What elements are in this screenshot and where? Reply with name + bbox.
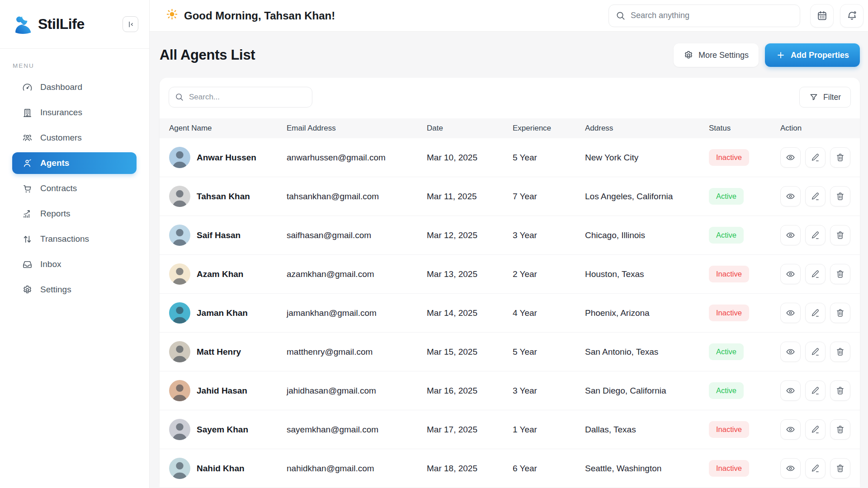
sidebar-collapse-button[interactable] xyxy=(123,16,138,32)
eye-icon xyxy=(786,386,795,395)
delete-button[interactable] xyxy=(830,419,850,440)
table-search xyxy=(169,87,312,108)
sidebar-item-inbox[interactable]: Inbox xyxy=(12,253,137,275)
table-search-input[interactable] xyxy=(169,87,312,108)
delete-button[interactable] xyxy=(830,147,850,168)
agent-experience: 5 Year xyxy=(513,153,585,163)
agent-email: matthenry@gmail.com xyxy=(287,347,427,357)
view-button[interactable] xyxy=(780,225,801,245)
delete-button[interactable] xyxy=(830,264,850,284)
edit-button[interactable] xyxy=(805,342,826,362)
delete-button[interactable] xyxy=(830,380,850,401)
delete-icon xyxy=(835,192,845,201)
edit-button[interactable] xyxy=(805,147,826,168)
agent-email: saifhasan@gmail.com xyxy=(287,230,427,240)
filter-icon xyxy=(809,93,818,102)
eye-icon xyxy=(786,269,795,279)
delete-icon xyxy=(835,308,845,318)
edit-button[interactable] xyxy=(805,380,826,401)
main: All Agents List More Settings xyxy=(150,32,868,488)
delete-button[interactable] xyxy=(830,458,850,479)
sidebar-item-reports[interactable]: Reports xyxy=(12,203,137,225)
sidebar-item-label: Agents xyxy=(40,158,69,168)
column-header: Action xyxy=(780,124,850,133)
transactions-icon xyxy=(22,234,33,244)
agent-name: Jaman Khan xyxy=(197,308,248,318)
view-button[interactable] xyxy=(780,342,801,362)
delete-button[interactable] xyxy=(830,342,850,362)
eye-icon xyxy=(786,308,795,318)
notifications-button[interactable] xyxy=(840,4,863,28)
more-settings-button[interactable]: More Settings xyxy=(674,43,759,67)
top-header: Good Morning, Tahsan Khan! xyxy=(150,0,868,32)
brand-name: StilLife xyxy=(38,16,85,33)
sidebar-item-dashboard[interactable]: Dashboard xyxy=(12,76,137,98)
sidebar-item-insurances[interactable]: Insurances xyxy=(12,102,137,123)
calendar-button[interactable] xyxy=(810,4,834,28)
edit-button[interactable] xyxy=(805,186,826,206)
sidebar: StilLife MENU DashboardInsurancesCustome… xyxy=(0,0,150,488)
delete-button[interactable] xyxy=(830,303,850,323)
delete-icon xyxy=(835,269,845,279)
sidebar-item-contracts[interactable]: Contracts xyxy=(12,178,137,199)
agent-date: Mar 13, 2025 xyxy=(427,269,513,279)
agent-date: Mar 12, 2025 xyxy=(427,230,513,240)
agent-experience: 6 Year xyxy=(513,464,585,474)
sidebar-item-customers[interactable]: Customers xyxy=(12,127,137,149)
avatar xyxy=(169,419,190,440)
column-header: Agent Name xyxy=(169,124,287,133)
agent-address: Chicago, Illinois xyxy=(585,230,709,240)
delete-icon xyxy=(835,464,845,473)
agent-email: jamankhan@gmail.com xyxy=(287,308,427,318)
status-badge: Inactive xyxy=(709,421,749,438)
agent-email: anwarhussen@gmail.com xyxy=(287,153,427,163)
agent-address: Seattle, Washington xyxy=(585,464,709,474)
agent-date: Mar 14, 2025 xyxy=(427,308,513,318)
page-title-row: All Agents List More Settings xyxy=(160,43,860,67)
view-button[interactable] xyxy=(780,419,801,440)
edit-button[interactable] xyxy=(805,419,826,440)
plus-icon xyxy=(776,50,786,60)
agent-email: nahidkhan@gmail.com xyxy=(287,464,427,474)
edit-button[interactable] xyxy=(805,225,826,245)
agent-date: Mar 17, 2025 xyxy=(427,425,513,435)
delete-icon xyxy=(835,230,845,240)
agent-experience: 2 Year xyxy=(513,269,585,279)
search-icon xyxy=(615,10,626,23)
global-search-input[interactable] xyxy=(609,5,800,27)
column-header: Email Address xyxy=(287,124,427,133)
topbar-right xyxy=(609,4,863,28)
view-button[interactable] xyxy=(780,380,801,401)
edit-button[interactable] xyxy=(805,264,826,284)
view-button[interactable] xyxy=(780,458,801,479)
sidebar-item-settings[interactable]: Settings xyxy=(12,279,137,300)
filter-button[interactable]: Filter xyxy=(799,87,851,108)
menu-section-label: MENU xyxy=(13,62,149,69)
view-button[interactable] xyxy=(780,264,801,284)
reports-icon xyxy=(22,209,33,219)
eye-icon xyxy=(786,153,795,162)
page-title: All Agents List xyxy=(160,47,255,63)
delete-button[interactable] xyxy=(830,186,850,206)
view-button[interactable] xyxy=(780,147,801,168)
status-badge: Inactive xyxy=(709,460,749,477)
sidebar-item-transactions[interactable]: Transactions xyxy=(12,228,137,250)
sidebar-header: StilLife xyxy=(0,0,149,49)
agent-email: tahsankhan@gmail.com xyxy=(287,192,427,202)
sun-icon xyxy=(166,8,178,23)
view-button[interactable] xyxy=(780,303,801,323)
view-button[interactable] xyxy=(780,186,801,206)
edit-button[interactable] xyxy=(805,458,826,479)
sidebar-item-agents[interactable]: Agents xyxy=(12,152,137,174)
column-header: Date xyxy=(427,124,513,133)
edit-button[interactable] xyxy=(805,303,826,323)
eye-icon xyxy=(786,230,795,240)
agent-name: Azam Khan xyxy=(197,269,243,279)
agent-name: Nahid Khan xyxy=(197,464,245,474)
table-row: Matt Henrymatthenry@gmail.comMar 15, 202… xyxy=(160,333,860,371)
add-properties-button[interactable]: Add Properties xyxy=(765,43,860,67)
sidebar-item-label: Contracts xyxy=(40,183,77,193)
delete-button[interactable] xyxy=(830,225,850,245)
agent-date: Mar 11, 2025 xyxy=(427,192,513,202)
agent-address: San Diego, California xyxy=(585,386,709,396)
